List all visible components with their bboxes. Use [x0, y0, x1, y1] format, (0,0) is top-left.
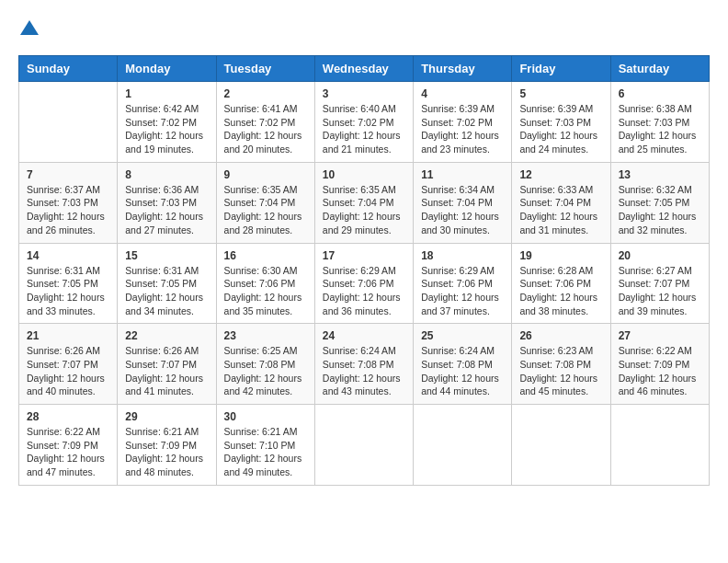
- day-info: Sunrise: 6:36 AMSunset: 7:03 PMDaylight:…: [125, 183, 208, 237]
- day-info: Sunrise: 6:25 AMSunset: 7:08 PMDaylight:…: [224, 344, 307, 398]
- day-info: Sunrise: 6:24 AMSunset: 7:08 PMDaylight:…: [323, 344, 405, 398]
- day-cell: 14Sunrise: 6:31 AMSunset: 7:05 PMDayligh…: [19, 243, 118, 324]
- day-cell: 8Sunrise: 6:36 AMSunset: 7:03 PMDaylight…: [118, 162, 216, 243]
- day-cell: 4Sunrise: 6:39 AMSunset: 7:02 PMDaylight…: [414, 82, 512, 163]
- day-cell: [414, 405, 512, 486]
- calendar-table: SundayMondayTuesdayWednesdayThursdayFrid…: [18, 55, 710, 486]
- day-cell: 1Sunrise: 6:42 AMSunset: 7:02 PMDaylight…: [118, 82, 216, 163]
- day-info: Sunrise: 6:30 AMSunset: 7:06 PMDaylight:…: [224, 264, 307, 318]
- day-number: 8: [125, 168, 208, 181]
- day-number: 24: [323, 329, 405, 342]
- day-number: 30: [224, 410, 307, 423]
- day-info: Sunrise: 6:27 AMSunset: 7:07 PMDaylight:…: [619, 264, 701, 318]
- day-cell: [19, 82, 118, 163]
- day-cell: 11Sunrise: 6:34 AMSunset: 7:04 PMDayligh…: [414, 162, 512, 243]
- day-cell: 12Sunrise: 6:33 AMSunset: 7:04 PMDayligh…: [512, 162, 610, 243]
- day-cell: 3Sunrise: 6:40 AMSunset: 7:02 PMDaylight…: [314, 82, 413, 163]
- day-cell: [610, 405, 709, 486]
- day-number: 14: [27, 249, 109, 262]
- day-number: 28: [27, 410, 109, 423]
- day-info: Sunrise: 6:42 AMSunset: 7:02 PMDaylight:…: [125, 102, 208, 156]
- day-number: 25: [421, 329, 504, 342]
- day-number: 17: [323, 249, 405, 262]
- day-info: Sunrise: 6:41 AMSunset: 7:02 PMDaylight:…: [224, 102, 307, 156]
- day-info: Sunrise: 6:26 AMSunset: 7:07 PMDaylight:…: [125, 344, 208, 398]
- day-cell: 23Sunrise: 6:25 AMSunset: 7:08 PMDayligh…: [216, 324, 314, 405]
- day-cell: 13Sunrise: 6:32 AMSunset: 7:05 PMDayligh…: [610, 162, 709, 243]
- week-row-1: 1Sunrise: 6:42 AMSunset: 7:02 PMDaylight…: [19, 82, 710, 163]
- day-cell: 10Sunrise: 6:35 AMSunset: 7:04 PMDayligh…: [314, 162, 413, 243]
- day-number: 27: [619, 329, 701, 342]
- day-info: Sunrise: 6:23 AMSunset: 7:08 PMDaylight:…: [519, 344, 602, 398]
- column-header-saturday: Saturday: [610, 56, 709, 82]
- day-info: Sunrise: 6:31 AMSunset: 7:05 PMDaylight:…: [27, 264, 109, 318]
- day-info: Sunrise: 6:40 AMSunset: 7:02 PMDaylight:…: [323, 102, 405, 156]
- day-info: Sunrise: 6:29 AMSunset: 7:06 PMDaylight:…: [421, 264, 504, 318]
- page-header: [18, 18, 710, 40]
- day-cell: 26Sunrise: 6:23 AMSunset: 7:08 PMDayligh…: [512, 324, 610, 405]
- day-cell: 20Sunrise: 6:27 AMSunset: 7:07 PMDayligh…: [610, 243, 709, 324]
- day-number: 7: [27, 168, 109, 181]
- day-cell: 5Sunrise: 6:39 AMSunset: 7:03 PMDaylight…: [512, 82, 610, 163]
- day-cell: 6Sunrise: 6:38 AMSunset: 7:03 PMDaylight…: [610, 82, 709, 163]
- week-row-2: 7Sunrise: 6:37 AMSunset: 7:03 PMDaylight…: [19, 162, 710, 243]
- day-number: 4: [421, 87, 504, 100]
- day-cell: 17Sunrise: 6:29 AMSunset: 7:06 PMDayligh…: [314, 243, 413, 324]
- day-cell: [314, 405, 413, 486]
- day-info: Sunrise: 6:35 AMSunset: 7:04 PMDaylight:…: [323, 183, 405, 237]
- day-number: 6: [619, 87, 701, 100]
- day-number: 23: [224, 329, 307, 342]
- day-number: 16: [224, 249, 307, 262]
- day-info: Sunrise: 6:34 AMSunset: 7:04 PMDaylight:…: [421, 183, 504, 237]
- day-cell: 7Sunrise: 6:37 AMSunset: 7:03 PMDaylight…: [19, 162, 118, 243]
- day-info: Sunrise: 6:29 AMSunset: 7:06 PMDaylight:…: [323, 264, 405, 318]
- day-info: Sunrise: 6:21 AMSunset: 7:10 PMDaylight:…: [224, 425, 307, 479]
- day-cell: 22Sunrise: 6:26 AMSunset: 7:07 PMDayligh…: [118, 324, 216, 405]
- day-cell: 28Sunrise: 6:22 AMSunset: 7:09 PMDayligh…: [19, 405, 118, 486]
- day-info: Sunrise: 6:31 AMSunset: 7:05 PMDaylight:…: [125, 264, 208, 318]
- day-cell: 24Sunrise: 6:24 AMSunset: 7:08 PMDayligh…: [314, 324, 413, 405]
- day-number: 10: [323, 168, 405, 181]
- day-number: 29: [125, 410, 208, 423]
- day-number: 15: [125, 249, 208, 262]
- day-cell: 30Sunrise: 6:21 AMSunset: 7:10 PMDayligh…: [216, 405, 314, 486]
- week-row-4: 21Sunrise: 6:26 AMSunset: 7:07 PMDayligh…: [19, 324, 710, 405]
- day-cell: 25Sunrise: 6:24 AMSunset: 7:08 PMDayligh…: [414, 324, 512, 405]
- day-cell: 18Sunrise: 6:29 AMSunset: 7:06 PMDayligh…: [414, 243, 512, 324]
- day-info: Sunrise: 6:39 AMSunset: 7:02 PMDaylight:…: [421, 102, 504, 156]
- day-number: 9: [224, 168, 307, 181]
- header-row: SundayMondayTuesdayWednesdayThursdayFrid…: [19, 56, 710, 82]
- day-info: Sunrise: 6:21 AMSunset: 7:09 PMDaylight:…: [125, 425, 208, 479]
- day-cell: 27Sunrise: 6:22 AMSunset: 7:09 PMDayligh…: [610, 324, 709, 405]
- day-info: Sunrise: 6:28 AMSunset: 7:06 PMDaylight:…: [519, 264, 602, 318]
- day-number: 12: [519, 168, 602, 181]
- day-info: Sunrise: 6:22 AMSunset: 7:09 PMDaylight:…: [619, 344, 701, 398]
- day-number: 3: [323, 87, 405, 100]
- column-header-sunday: Sunday: [19, 56, 118, 82]
- day-info: Sunrise: 6:33 AMSunset: 7:04 PMDaylight:…: [519, 183, 602, 237]
- day-number: 1: [125, 87, 208, 100]
- day-number: 18: [421, 249, 504, 262]
- day-cell: [512, 405, 610, 486]
- column-header-tuesday: Tuesday: [216, 56, 314, 82]
- week-row-5: 28Sunrise: 6:22 AMSunset: 7:09 PMDayligh…: [19, 405, 710, 486]
- logo-icon: [18, 18, 40, 40]
- day-cell: 21Sunrise: 6:26 AMSunset: 7:07 PMDayligh…: [19, 324, 118, 405]
- day-number: 5: [519, 87, 602, 100]
- day-number: 11: [421, 168, 504, 181]
- column-header-thursday: Thursday: [414, 56, 512, 82]
- day-cell: 2Sunrise: 6:41 AMSunset: 7:02 PMDaylight…: [216, 82, 314, 163]
- day-number: 13: [619, 168, 701, 181]
- column-header-friday: Friday: [512, 56, 610, 82]
- day-number: 2: [224, 87, 307, 100]
- calendar-header: SundayMondayTuesdayWednesdayThursdayFrid…: [19, 56, 710, 82]
- day-info: Sunrise: 6:35 AMSunset: 7:04 PMDaylight:…: [224, 183, 307, 237]
- day-info: Sunrise: 6:22 AMSunset: 7:09 PMDaylight:…: [27, 425, 109, 479]
- day-info: Sunrise: 6:37 AMSunset: 7:03 PMDaylight:…: [27, 183, 109, 237]
- day-cell: 15Sunrise: 6:31 AMSunset: 7:05 PMDayligh…: [118, 243, 216, 324]
- day-info: Sunrise: 6:32 AMSunset: 7:05 PMDaylight:…: [619, 183, 701, 237]
- day-cell: 16Sunrise: 6:30 AMSunset: 7:06 PMDayligh…: [216, 243, 314, 324]
- day-number: 19: [519, 249, 602, 262]
- day-cell: 19Sunrise: 6:28 AMSunset: 7:06 PMDayligh…: [512, 243, 610, 324]
- day-cell: 29Sunrise: 6:21 AMSunset: 7:09 PMDayligh…: [118, 405, 216, 486]
